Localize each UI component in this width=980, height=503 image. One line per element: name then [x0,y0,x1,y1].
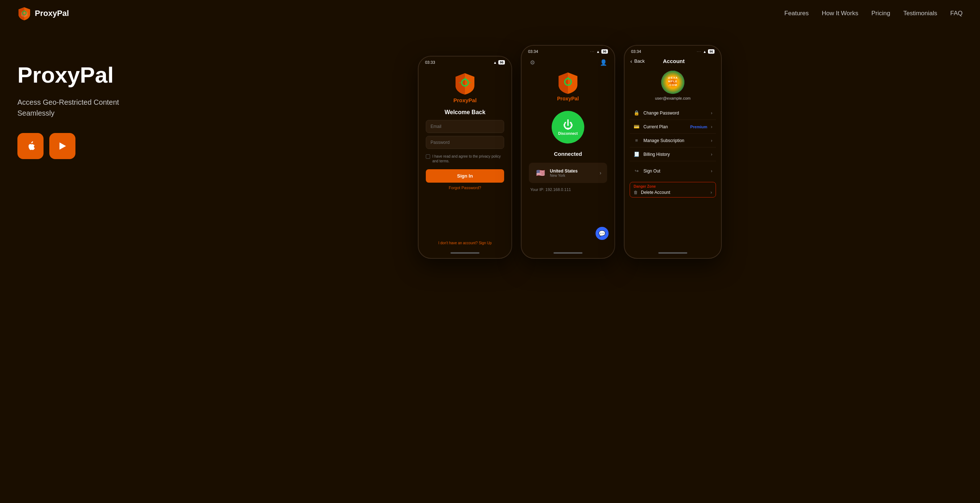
status-icons-1: ▲ 96 [493,60,505,65]
signout-icon: ↪ [633,168,640,174]
battery-3: 96 [708,49,714,54]
signup-link[interactable]: Sign Up [479,241,492,245]
signin-button[interactable]: Sign In [426,169,504,182]
terms-checkbox[interactable] [426,154,430,159]
delete-account-item[interactable]: 🗑 Delete Account › [634,190,712,195]
danger-zone-label: Danger Zone [634,184,712,189]
phone-connected: 03:34 ··· ▲ 96 ⚙ 👤 [521,45,615,259]
nav-link-faq[interactable]: FAQ [950,10,963,17]
nav-link-pricing[interactable]: Pricing [871,10,890,17]
back-row: ‹ Back Account [625,55,721,67]
hero-subtitle: Access Geo-Restricted Content Seamlessly [18,97,155,119]
account-menu-list: 🔒 Change Password › 💳 Current Plan Premi… [625,106,721,178]
battery-2: 96 [601,49,608,54]
disconnect-label: Disconnect [558,132,578,135]
home-indicator-1 [450,252,479,254]
navbar: ProxyPal Features How It Works Pricing T… [0,0,980,27]
menu-chevron-3: › [711,138,712,143]
time-3: 03:34 [631,49,641,54]
danger-zone-box: Danger Zone 🗑 Delete Account › [630,182,716,197]
user-icon[interactable]: 👤 [599,58,608,67]
connected-text: Connected [554,151,582,157]
battery-1: 96 [498,60,505,65]
disconnect-button[interactable]: ⏻ Disconnect [552,111,584,143]
svg-text:.COM: .COM [668,83,678,87]
menu-chevron-4: › [711,152,712,157]
wifi-icon-2: ▲ [596,50,600,54]
avatar-image: @EXA MPLE .COM [661,71,684,94]
menu-chevron-2: › [711,124,712,129]
phone2-content: ProxyPal ⏻ Disconnect Connected 🇺🇸 Unite… [522,70,614,200]
time-2: 03:34 [528,49,538,54]
no-account-text: I don't have an account? [438,241,478,245]
location-row[interactable]: 🇺🇸 United States New York › [529,163,607,183]
menu-item-manage-subscription[interactable]: ≡ Manage Subscription › [630,134,716,148]
phone1-logo-icon [453,72,477,95]
menu-item-billing-history[interactable]: 🧾 Billing History › [630,148,716,161]
phone2-top-icons: ⚙ 👤 [522,55,614,70]
subscription-icon: ≡ [633,138,640,143]
phone2-logo-text: ProxyPal [557,96,579,102]
svg-text:MPLE: MPLE [668,80,678,83]
email-input[interactable] [426,120,504,133]
password-input[interactable] [426,136,504,149]
logo-icon [18,6,31,20]
settings-icon[interactable]: ⚙ [528,58,537,67]
nav-links: Features How It Works Pricing Testimonia… [784,10,963,17]
nav-link-testimonials[interactable]: Testimonials [903,10,937,17]
time-1: 03:33 [425,60,435,65]
phone1-content: ProxyPal Welcome Back I have read and ag… [418,66,511,197]
phone1-logo-wrap: ProxyPal [453,72,477,103]
phone2-logo-icon [556,71,579,94]
account-email: user@example.com [655,96,690,100]
forgot-password-link[interactable]: Forgot Password? [449,186,481,190]
back-button[interactable]: Back [634,58,645,64]
status-icons-3: ··· ▲ 96 [697,49,714,54]
apple-icon [25,140,36,152]
play-icon [57,140,68,152]
account-title: Account [647,58,715,64]
delete-account-label: Delete Account [641,190,708,195]
flag-us: 🇺🇸 [535,167,546,179]
location-city: New York [550,174,596,178]
menu-item-change-password[interactable]: 🔒 Change Password › [630,106,716,120]
status-icons-2: ··· ▲ 96 [590,49,608,54]
menu-chevron-5: › [711,168,712,174]
chat-icon: 💬 [598,230,606,237]
menu-item-current-plan[interactable]: 💳 Current Plan Premium › [630,120,716,134]
nav-link-how-it-works[interactable]: How It Works [822,10,859,17]
current-plan-label: Current Plan [643,124,687,129]
phone1-logo-text: ProxyPal [453,97,477,103]
card-icon: 💳 [633,124,640,129]
wifi-icon-1: ▲ [493,60,497,65]
avatar: @EXA MPLE .COM [661,71,684,94]
menu-chevron-1: › [711,111,712,116]
play-store-button[interactable] [49,133,75,159]
dots-icon-3: ··· [697,50,702,53]
welcome-text: Welcome Back [445,109,486,116]
delete-icon: 🗑 [634,190,638,195]
ip-address: Your IP: 192.168.0.111 [529,186,607,193]
chat-fab-button[interactable]: 💬 [595,227,609,240]
dots-icon-2: ··· [590,50,595,53]
location-info: United States New York [550,168,596,178]
sign-out-item[interactable]: ↪ Sign Out › [630,164,716,178]
nav-link-features[interactable]: Features [784,10,809,17]
apple-store-button[interactable] [18,133,43,159]
account-avatar-section: @EXA MPLE .COM user@example.com [625,67,721,106]
power-icon: ⏻ [563,119,573,131]
back-arrow-icon: ‹ [630,58,632,64]
nav-logo[interactable]: ProxyPal [18,6,69,20]
store-buttons [18,133,155,159]
phone-login: 03:33 ▲ 96 Prox [418,56,512,259]
terms-label: I have read and agree to the privacy pol… [432,154,504,163]
premium-badge: Premium [690,125,707,129]
hero-title: ProxyPal [18,63,155,87]
nav-logo-text: ProxyPal [35,9,69,18]
power-btn-wrap: ⏻ Disconnect [552,111,584,143]
billing-icon: 🧾 [633,151,640,157]
svg-text:@EXA: @EXA [668,76,678,79]
change-password-label: Change Password [643,111,707,116]
location-country: United States [550,168,596,174]
home-indicator-3 [658,252,687,254]
